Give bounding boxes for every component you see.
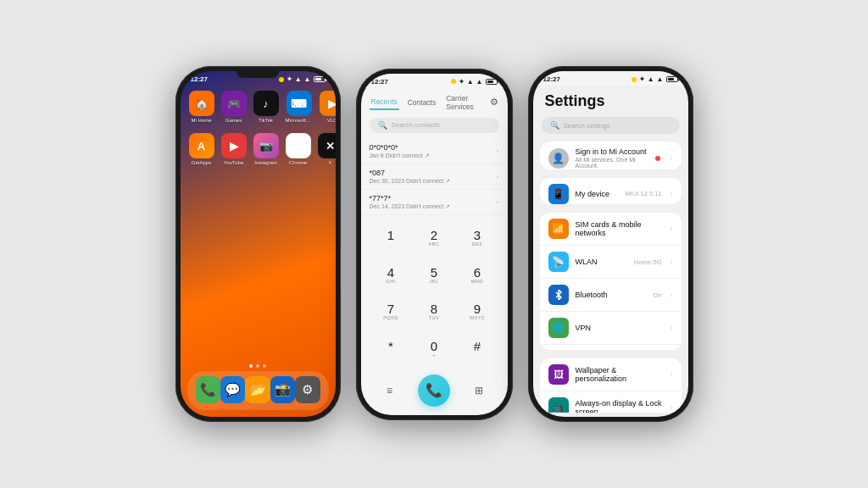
wifi-icon: ▲: [476, 78, 483, 86]
dial-num: 5: [431, 266, 437, 279]
sim-icon: 📶: [548, 219, 569, 239]
gear-icon[interactable]: ⚙: [490, 96, 499, 109]
dot: [256, 364, 259, 368]
notif-dot: [279, 77, 284, 82]
app-label: Games: [225, 118, 242, 123]
voicemail-icon[interactable]: ≡: [378, 379, 402, 402]
app-instagram[interactable]: 📷 Instagram: [253, 133, 279, 165]
settings-text: WLAN: [576, 258, 627, 266]
app-mihome[interactable]: 🏠 Mi Home: [189, 91, 214, 123]
vpn-icon: 🌐: [548, 318, 569, 338]
dial-key-9[interactable]: 9WXYZ: [456, 294, 499, 331]
settings-text: Always-on display & Lock screen: [576, 399, 664, 413]
status-bar-dialer: 12:27 ✦ ▲ ▲: [361, 74, 508, 88]
app-chrome[interactable]: ◉ Chrome: [286, 133, 311, 165]
app-swiftkey[interactable]: ⌨ Microsoft SwiftKey...: [286, 91, 313, 123]
call-date: Dec 30, 2023 Didn't connect ↗: [370, 178, 497, 185]
status-bar-home: 12:27 ✦ ▲ ▲: [181, 71, 336, 86]
dock-files[interactable]: 📂: [245, 376, 270, 403]
app-row-2: A GetApps ▶ YouTube 📷 Instagram ◉ Chrome…: [181, 128, 336, 170]
call-item-3[interactable]: *77*7* Dec 14, 2023 Didn't connect ↗ ›: [361, 190, 508, 215]
app-getapps[interactable]: A GetApps: [189, 133, 214, 165]
tab-contacts[interactable]: Contacts: [406, 96, 438, 109]
dial-num: 3: [474, 229, 481, 241]
dial-letters: +: [432, 352, 436, 358]
search-contacts-bar[interactable]: 🔍 Search contacts: [370, 118, 499, 133]
chevron-right-icon: ›: [670, 190, 673, 198]
status-icons: ✦ ▲ ▲: [451, 78, 498, 86]
app-label: Chrome: [289, 160, 307, 165]
app-icon-img: ▶: [221, 133, 247, 158]
settings-item-vpn[interactable]: 🌐 VPN ›: [540, 312, 682, 345]
notif-dot: [632, 77, 637, 82]
wallpaper-icon: 🖼: [548, 364, 569, 385]
status-time: 12:27: [543, 75, 560, 83]
call-button[interactable]: 📞: [418, 374, 450, 407]
search-placeholder: Search settings: [564, 122, 610, 130]
app-games[interactable]: 🎮 Games: [221, 91, 247, 123]
chevron-right-icon: ›: [497, 147, 499, 155]
dock-phone[interactable]: 📞: [196, 376, 220, 403]
app-youtube[interactable]: ▶ YouTube: [221, 133, 247, 165]
dial-key-5[interactable]: 5JKL: [413, 257, 456, 294]
dial-key-star[interactable]: *: [370, 330, 413, 368]
dial-letters: WXYZ: [470, 315, 485, 321]
settings-item-always-on-display[interactable]: 📺 Always-on display & Lock screen ›: [540, 391, 682, 413]
settings-label: WLAN: [576, 258, 627, 266]
settings-text: Bluetooth: [576, 291, 647, 299]
dial-key-7[interactable]: 7PQRS: [370, 294, 413, 331]
settings-sublabel: All Mi services. One Mi Account.: [576, 157, 648, 169]
dial-num: #: [474, 340, 481, 352]
tab-recents[interactable]: Recents: [370, 95, 399, 110]
settings-item-wlan[interactable]: 📡 WLAN Home-5G ›: [540, 246, 682, 279]
call-item-1[interactable]: 0*0*0*0* Jan 8 Didn't connect ↗ ›: [361, 139, 508, 164]
dial-key-2[interactable]: 2ABC: [413, 220, 456, 258]
app-x[interactable]: ✕ X: [318, 133, 336, 165]
settings-item-my-device[interactable]: 📱 My device MIUI 12.5.11 ›: [540, 178, 682, 205]
dial-num: 0: [431, 340, 437, 352]
dock-settings[interactable]: ⚙: [295, 376, 320, 403]
call-item-2[interactable]: *087 Dec 30, 2023 Didn't connect ↗ ›: [361, 164, 508, 190]
dial-key-0[interactable]: 0+: [413, 330, 456, 368]
app-label: TikTok: [259, 118, 273, 123]
dial-num: 1: [387, 229, 394, 241]
app-icon-img: ▶: [320, 91, 336, 116]
battery-icon: [314, 76, 326, 82]
settings-item-sim[interactable]: 📶 SIM cards & mobile networks ›: [540, 213, 682, 246]
dial-key-8[interactable]: 8TUV: [413, 294, 456, 331]
settings-item-wallpaper[interactable]: 🖼 Wallpaper & personalization ›: [540, 358, 682, 391]
always-on-icon: 📺: [548, 397, 569, 413]
status-icons: ✦ ▲ ▲: [632, 75, 678, 83]
dial-key-6[interactable]: 6MNO: [456, 257, 499, 294]
notification-dot: [655, 156, 660, 161]
dial-key-4[interactable]: 4GHI: [370, 257, 413, 294]
status-icons: ✦ ▲ ▲: [279, 75, 326, 83]
status-time: 12:27: [191, 75, 208, 83]
settings-label: My device: [576, 190, 619, 198]
dial-key-hash[interactable]: #: [456, 330, 499, 368]
settings-item-mi-account[interactable]: 👤 Sign in to Mi Account All Mi services.…: [540, 141, 682, 169]
app-tiktok[interactable]: ♪ TikTok: [253, 91, 279, 123]
dock-gallery[interactable]: 📸: [270, 376, 295, 403]
settings-item-connection-sharing[interactable]: 🔗 Connection & sharing ›: [540, 345, 682, 350]
dialpad-icon[interactable]: ⊞: [467, 379, 491, 402]
dial-key-1[interactable]: 1: [370, 220, 413, 258]
dialer-screen: 12:27 ✦ ▲ ▲ Recents Contacts Carrier Ser…: [361, 74, 508, 415]
dock-messages[interactable]: 💬: [220, 376, 245, 403]
dial-key-3[interactable]: 3DEF: [456, 220, 499, 258]
dial-num: 9: [474, 302, 481, 315]
settings-item-bluetooth[interactable]: Bluetooth On ›: [540, 279, 682, 312]
app-row-1: 🏠 Mi Home 🎮 Games ♪ TikTok ⌨ Microsoft S…: [181, 86, 336, 128]
app-label: YouTube: [224, 160, 244, 165]
settings-text: SIM cards & mobile networks: [576, 220, 664, 237]
tab-carrier-services[interactable]: Carrier Services: [444, 92, 482, 114]
settings-section-personalization: 🖼 Wallpaper & personalization › 📺 Always…: [540, 358, 682, 413]
settings-title: Settings: [533, 86, 688, 114]
dock: 📞 💬 📂 📸 ⚙: [187, 371, 329, 410]
wifi-icon: ▲: [657, 75, 664, 83]
app-label: X: [328, 160, 331, 165]
bt-icon: ✦: [639, 75, 645, 83]
app-label: Mi Home: [191, 118, 211, 123]
settings-search-bar[interactable]: 🔍 Search settings: [542, 117, 680, 134]
app-vlc[interactable]: ▶ VLC: [320, 91, 336, 123]
